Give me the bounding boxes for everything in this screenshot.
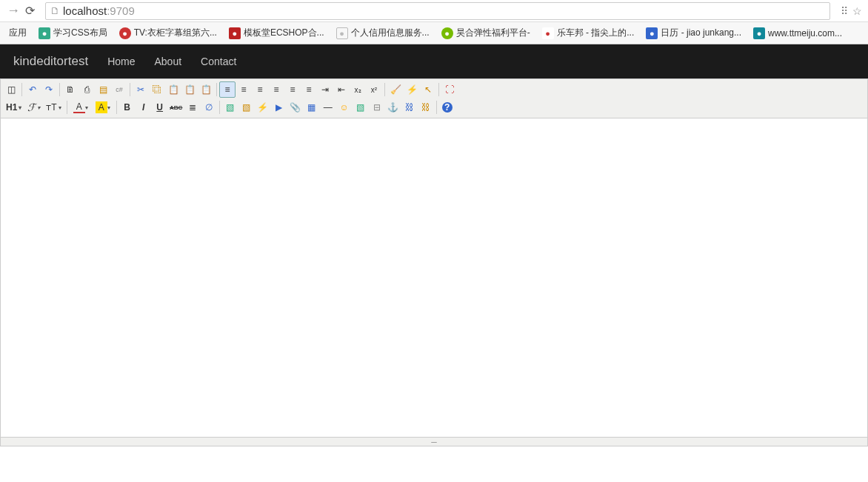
align-right-icon: ≡ (254, 84, 266, 96)
unlink-button[interactable]: ⛓ (418, 99, 434, 116)
file-button[interactable]: 📎 (287, 99, 304, 116)
align-justify-icon: ≡ (270, 84, 282, 96)
star-icon[interactable]: ☆ (852, 5, 862, 17)
redo-button[interactable]: ↷ (41, 81, 57, 98)
favicon: ● (119, 27, 131, 39)
cut-button[interactable]: ✂ (133, 81, 149, 98)
resize-handle[interactable]: ⸺ (1, 437, 867, 446)
nav-link-contact[interactable]: Contact (201, 56, 236, 67)
align-left-button[interactable]: ≡ (219, 81, 236, 98)
indent-button[interactable]: ⇥ (317, 81, 333, 98)
clear-format-button[interactable]: 🧹 (387, 81, 404, 98)
image-button[interactable]: ▧ (222, 99, 238, 116)
separator (216, 83, 217, 96)
underline-button[interactable]: U (152, 99, 168, 116)
paste-word-icon: 📋 (200, 84, 212, 96)
favicon: ● (441, 27, 453, 39)
about-icon: ? (442, 102, 453, 113)
source-button[interactable]: ◫ (3, 81, 19, 98)
baidu-map-icon: ▧ (355, 101, 367, 113)
pagebreak-icon: ⊟ (371, 101, 383, 113)
about-button[interactable]: ? (439, 99, 455, 116)
anchor-button[interactable]: ⚓ (385, 99, 401, 116)
bookmark-item[interactable]: ●乐车邦 - 指尖上的... (538, 24, 639, 42)
paste-button[interactable]: 📋 (165, 81, 181, 98)
bookmark-item[interactable]: ●学习CSS布局 (34, 24, 112, 42)
separator (116, 101, 117, 114)
editor-toolbar: ◫↶↷🗎⎙▤c#✂⿻📋📋📋≡≡≡≡≡≡⇥⇤x₂x²🧹⚡↖⛶ H1▾ℱ▾ᴛT▾A▾… (1, 79, 867, 118)
editor-body[interactable] (1, 118, 867, 437)
align-center-button[interactable]: ≡ (236, 81, 252, 98)
paste-text-button[interactable]: 📋 (181, 81, 198, 98)
print-button[interactable]: ⎙ (79, 81, 95, 98)
brand[interactable]: kindeditortest (13, 54, 88, 69)
bookmark-item[interactable]: ●个人信用信息服务... (332, 24, 434, 42)
forecolor-button[interactable]: A▾ (70, 99, 92, 116)
remove-format-icon: ∅ (203, 101, 215, 113)
bookmark-item[interactable]: ●www.ttmeiju.com... (749, 24, 847, 42)
separator (21, 83, 22, 96)
backcolor-button[interactable]: A▾ (92, 99, 114, 116)
quick-format-button[interactable]: ⚡ (404, 81, 420, 98)
align-justify-button[interactable]: ≡ (268, 81, 284, 98)
pagebreak-button[interactable]: ⊟ (369, 99, 385, 116)
preview-icon: 🗎 (64, 84, 76, 96)
link-button[interactable]: ⛓ (401, 99, 418, 116)
multi-image-button[interactable]: ▧ (238, 99, 255, 116)
fontfamily-dropdown-label: ℱ (27, 101, 36, 114)
fontsize-dropdown[interactable]: ᴛT▾ (43, 99, 64, 116)
baidu-map-button[interactable]: ▧ (353, 99, 369, 116)
fontfamily-dropdown[interactable]: ℱ▾ (24, 99, 43, 116)
bookmark-item[interactable]: ●TV:衣柜字幕组第六... (115, 24, 221, 42)
undo-button[interactable]: ↶ (24, 81, 41, 98)
align-right-button[interactable]: ≡ (252, 81, 268, 98)
media-button[interactable]: ▶ (271, 99, 287, 116)
translate-icon[interactable]: ⠿ (841, 5, 848, 17)
address-bar[interactable]: 🗋 localhost:9709 (45, 2, 830, 20)
emoji-icon: ☺ (338, 101, 350, 113)
reload-button[interactable]: ⟳ (25, 4, 35, 18)
bookmark-item[interactable]: 应用 (4, 24, 31, 42)
table-button[interactable]: ▦ (304, 99, 320, 116)
format-dropdown[interactable]: H1▾ (3, 99, 24, 116)
template-button[interactable]: ▤ (95, 81, 111, 98)
hr-button[interactable]: — (320, 99, 336, 116)
unordered-list-button[interactable]: ≡ (301, 81, 317, 98)
preview-button[interactable]: 🗎 (62, 81, 79, 98)
quick-format-icon: ⚡ (406, 84, 418, 96)
line-height-button[interactable]: ≣ (184, 99, 201, 116)
bookmark-item[interactable]: ●昊合弹性福利平台- (437, 24, 535, 42)
italic-button[interactable]: I (136, 99, 152, 116)
subscript-button[interactable]: x₂ (350, 81, 366, 98)
separator (436, 101, 437, 114)
favicon: ● (646, 27, 658, 39)
bookmark-item[interactable]: ●模板堂ECSHOP合... (224, 24, 329, 42)
separator (219, 101, 220, 114)
copy-button[interactable]: ⿻ (149, 81, 165, 98)
cut-icon: ✂ (135, 84, 147, 96)
bookmark-label: 个人信用信息服务... (351, 27, 430, 39)
multi-image-icon: ▧ (241, 101, 253, 113)
page-icon: 🗋 (50, 5, 60, 16)
paste-word-button[interactable]: 📋 (198, 81, 214, 98)
chevron-down-icon: ▾ (19, 104, 21, 111)
italic-icon: I (138, 101, 150, 113)
print-icon: ⎙ (81, 84, 93, 96)
ordered-list-button[interactable]: ≡ (284, 81, 301, 98)
nav-link-about[interactable]: About (154, 56, 181, 67)
fullscreen-button[interactable]: ⛶ (441, 81, 458, 98)
outdent-button[interactable]: ⇤ (333, 81, 350, 98)
copy-icon: ⿻ (151, 84, 163, 96)
select-all-button[interactable]: ↖ (420, 81, 436, 98)
code-button[interactable]: c# (111, 81, 127, 98)
flash-button[interactable]: ⚡ (255, 99, 271, 116)
superscript-button[interactable]: x² (366, 81, 382, 98)
bookmark-item[interactable]: ●日历 - jiao junkang... (641, 24, 746, 42)
strike-button[interactable]: ABC (168, 99, 184, 116)
url-text: localhost:9709 (63, 4, 135, 17)
bookmark-label: 乐车邦 - 指尖上的... (557, 27, 635, 39)
remove-format-button[interactable]: ∅ (201, 99, 217, 116)
bold-button[interactable]: B (119, 99, 136, 116)
emoji-button[interactable]: ☺ (336, 99, 353, 116)
nav-link-home[interactable]: Home (107, 56, 135, 67)
